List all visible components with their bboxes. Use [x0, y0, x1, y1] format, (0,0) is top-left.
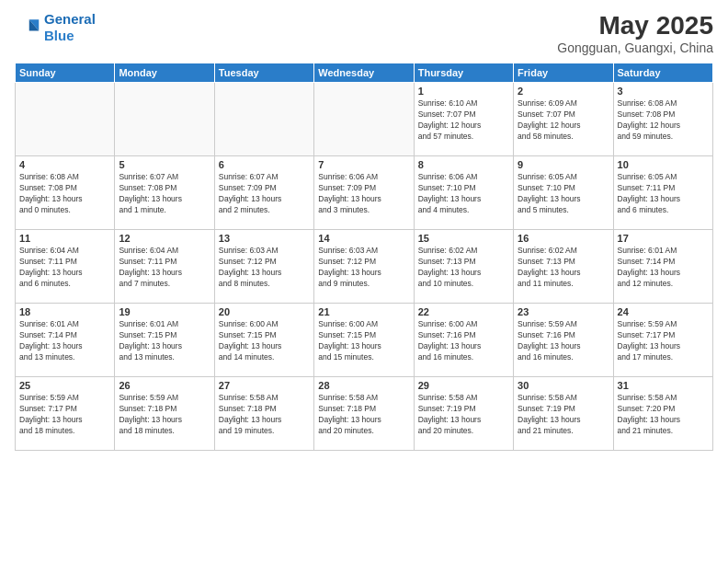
day-info: Sunrise: 5:58 AM Sunset: 7:18 PM Dayligh… [318, 393, 409, 437]
day-info: Sunrise: 6:00 AM Sunset: 7:15 PM Dayligh… [318, 319, 409, 363]
day-info: Sunrise: 6:09 AM Sunset: 7:07 PM Dayligh… [518, 98, 609, 143]
day-info: Sunrise: 5:59 AM Sunset: 7:16 PM Dayligh… [518, 319, 609, 363]
day-number: 4 [19, 159, 110, 170]
day-info: Sunrise: 5:58 AM Sunset: 7:18 PM Dayligh… [219, 393, 310, 437]
day-cell: 6Sunrise: 6:07 AM Sunset: 7:09 PM Daylig… [214, 156, 313, 230]
day-number: 15 [418, 233, 509, 244]
location: Gongguan, Guangxi, China [557, 40, 713, 55]
day-number: 22 [418, 306, 509, 317]
day-number: 31 [618, 380, 709, 391]
day-info: Sunrise: 6:03 AM Sunset: 7:12 PM Dayligh… [318, 246, 409, 290]
day-number: 21 [318, 306, 409, 317]
day-info: Sunrise: 6:02 AM Sunset: 7:13 PM Dayligh… [418, 246, 509, 290]
day-info: Sunrise: 6:06 AM Sunset: 7:10 PM Dayligh… [418, 172, 509, 216]
day-cell: 27Sunrise: 5:58 AM Sunset: 7:18 PM Dayli… [214, 377, 313, 451]
day-number: 8 [418, 159, 509, 170]
day-cell: 11Sunrise: 6:04 AM Sunset: 7:11 PM Dayli… [16, 230, 115, 304]
day-cell: 20Sunrise: 6:00 AM Sunset: 7:15 PM Dayli… [214, 304, 313, 377]
day-cell: 16Sunrise: 6:02 AM Sunset: 7:13 PM Dayli… [514, 230, 613, 304]
day-info: Sunrise: 6:07 AM Sunset: 7:09 PM Dayligh… [219, 172, 310, 216]
calendar: SundayMondayTuesdayWednesdayThursdayFrid… [15, 63, 713, 451]
day-info: Sunrise: 5:58 AM Sunset: 7:19 PM Dayligh… [518, 393, 609, 437]
day-info: Sunrise: 6:04 AM Sunset: 7:11 PM Dayligh… [19, 246, 110, 290]
week-row-1: 1Sunrise: 6:10 AM Sunset: 7:07 PM Daylig… [16, 83, 713, 156]
day-info: Sunrise: 6:05 AM Sunset: 7:10 PM Dayligh… [518, 172, 609, 216]
week-row-2: 4Sunrise: 6:08 AM Sunset: 7:08 PM Daylig… [16, 156, 713, 230]
day-cell: 9Sunrise: 6:05 AM Sunset: 7:10 PM Daylig… [514, 156, 613, 230]
day-number: 9 [518, 159, 609, 170]
day-number: 18 [19, 306, 110, 317]
day-number: 23 [518, 306, 609, 317]
day-number: 25 [19, 380, 110, 391]
day-info: Sunrise: 6:08 AM Sunset: 7:08 PM Dayligh… [618, 98, 709, 143]
day-cell: 8Sunrise: 6:06 AM Sunset: 7:10 PM Daylig… [414, 156, 513, 230]
day-cell [314, 83, 414, 156]
day-info: Sunrise: 6:01 AM Sunset: 7:14 PM Dayligh… [618, 246, 709, 290]
day-cell: 14Sunrise: 6:03 AM Sunset: 7:12 PM Dayli… [314, 230, 414, 304]
day-number: 19 [119, 306, 210, 317]
day-cell: 12Sunrise: 6:04 AM Sunset: 7:11 PM Dayli… [115, 230, 214, 304]
day-number: 10 [618, 159, 709, 170]
weekday-header-thursday: Thursday [414, 63, 513, 83]
day-cell: 1Sunrise: 6:10 AM Sunset: 7:07 PM Daylig… [414, 83, 513, 156]
logo-icon [15, 15, 40, 40]
day-cell: 17Sunrise: 6:01 AM Sunset: 7:14 PM Dayli… [613, 230, 712, 304]
day-cell: 2Sunrise: 6:09 AM Sunset: 7:07 PM Daylig… [514, 83, 613, 156]
day-info: Sunrise: 6:01 AM Sunset: 7:15 PM Dayligh… [119, 319, 210, 363]
title-block: May 2025 Gongguan, Guangxi, China [557, 11, 713, 55]
day-cell: 10Sunrise: 6:05 AM Sunset: 7:11 PM Dayli… [613, 156, 712, 230]
day-info: Sunrise: 6:02 AM Sunset: 7:13 PM Dayligh… [518, 246, 609, 290]
day-number: 5 [119, 159, 210, 170]
header: General Blue May 2025 Gongguan, Guangxi,… [15, 11, 713, 55]
day-cell: 18Sunrise: 6:01 AM Sunset: 7:14 PM Dayli… [16, 304, 115, 377]
day-cell: 31Sunrise: 5:58 AM Sunset: 7:20 PM Dayli… [613, 377, 712, 451]
day-cell [214, 83, 313, 156]
day-info: Sunrise: 5:58 AM Sunset: 7:19 PM Dayligh… [418, 393, 509, 437]
weekday-header-wednesday: Wednesday [314, 63, 414, 83]
weekday-header-tuesday: Tuesday [214, 63, 313, 83]
day-info: Sunrise: 6:04 AM Sunset: 7:11 PM Dayligh… [119, 246, 210, 290]
day-number: 7 [318, 159, 409, 170]
day-number: 2 [518, 86, 609, 97]
day-cell: 26Sunrise: 5:59 AM Sunset: 7:18 PM Dayli… [115, 377, 214, 451]
day-cell: 21Sunrise: 6:00 AM Sunset: 7:15 PM Dayli… [314, 304, 414, 377]
weekday-header-sunday: Sunday [16, 63, 115, 83]
weekday-header-row: SundayMondayTuesdayWednesdayThursdayFrid… [16, 63, 713, 83]
day-cell: 23Sunrise: 5:59 AM Sunset: 7:16 PM Dayli… [514, 304, 613, 377]
day-number: 24 [618, 306, 709, 317]
weekday-header-monday: Monday [115, 63, 214, 83]
day-cell: 25Sunrise: 5:59 AM Sunset: 7:17 PM Dayli… [16, 377, 115, 451]
day-info: Sunrise: 5:59 AM Sunset: 7:18 PM Dayligh… [119, 393, 210, 437]
day-number: 16 [518, 233, 609, 244]
page: General Blue May 2025 Gongguan, Guangxi,… [0, 0, 728, 563]
day-cell: 28Sunrise: 5:58 AM Sunset: 7:18 PM Dayli… [314, 377, 414, 451]
day-cell [16, 83, 115, 156]
day-info: Sunrise: 6:03 AM Sunset: 7:12 PM Dayligh… [219, 246, 310, 290]
day-info: Sunrise: 5:59 AM Sunset: 7:17 PM Dayligh… [618, 319, 709, 363]
day-number: 17 [618, 233, 709, 244]
logo-line2: Blue [44, 28, 74, 43]
day-cell: 19Sunrise: 6:01 AM Sunset: 7:15 PM Dayli… [115, 304, 214, 377]
month-title: May 2025 [557, 11, 713, 40]
day-cell: 24Sunrise: 5:59 AM Sunset: 7:17 PM Dayli… [613, 304, 712, 377]
day-number: 27 [219, 380, 310, 391]
logo-text: General Blue [44, 11, 96, 44]
logo-line1: General [44, 11, 96, 27]
day-info: Sunrise: 6:07 AM Sunset: 7:08 PM Dayligh… [119, 172, 210, 216]
weekday-header-friday: Friday [514, 63, 613, 83]
weekday-header-saturday: Saturday [613, 63, 712, 83]
day-number: 29 [418, 380, 509, 391]
week-row-3: 11Sunrise: 6:04 AM Sunset: 7:11 PM Dayli… [16, 230, 713, 304]
day-number: 12 [119, 233, 210, 244]
day-info: Sunrise: 6:00 AM Sunset: 7:16 PM Dayligh… [418, 319, 509, 363]
day-cell: 3Sunrise: 6:08 AM Sunset: 7:08 PM Daylig… [613, 83, 712, 156]
week-row-4: 18Sunrise: 6:01 AM Sunset: 7:14 PM Dayli… [16, 304, 713, 377]
day-info: Sunrise: 6:06 AM Sunset: 7:09 PM Dayligh… [318, 172, 409, 216]
day-cell: 22Sunrise: 6:00 AM Sunset: 7:16 PM Dayli… [414, 304, 513, 377]
week-row-5: 25Sunrise: 5:59 AM Sunset: 7:17 PM Dayli… [16, 377, 713, 451]
day-info: Sunrise: 6:00 AM Sunset: 7:15 PM Dayligh… [219, 319, 310, 363]
day-number: 6 [219, 159, 310, 170]
day-number: 1 [418, 86, 509, 97]
day-info: Sunrise: 5:59 AM Sunset: 7:17 PM Dayligh… [19, 393, 110, 437]
day-number: 26 [119, 380, 210, 391]
